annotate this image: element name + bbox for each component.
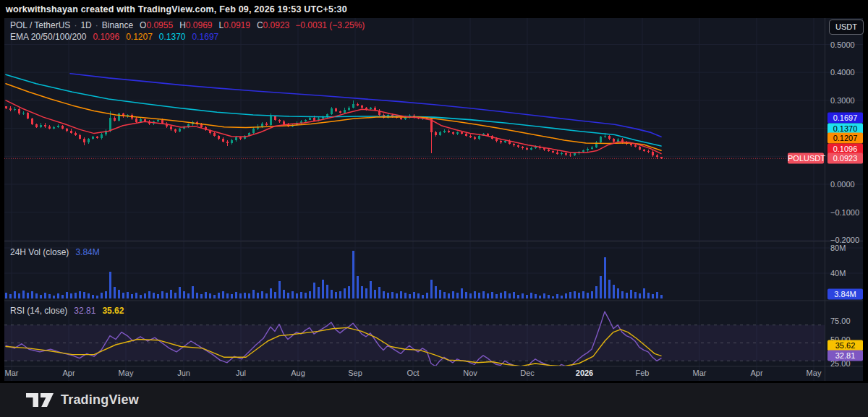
- volume-tick-label: 40M: [830, 269, 846, 278]
- time-tick-label[interactable]: Aug: [291, 369, 305, 377]
- brand-name[interactable]: TradingView: [61, 392, 139, 408]
- time-tick-label[interactable]: 2026: [576, 369, 593, 377]
- rsi-value: 32.81: [74, 306, 95, 316]
- volume-tick-label: 80M: [830, 244, 846, 252]
- separator: ·: [74, 20, 77, 30]
- currency-toggle-button[interactable]: USDT: [829, 20, 864, 35]
- time-tick-label[interactable]: May: [119, 369, 134, 377]
- chart-canvas[interactable]: [0, 0, 868, 417]
- change-value: −0.0031 (−3.25%): [295, 20, 365, 30]
- rsi-indicator-title[interactable]: RSI (14, close): [10, 306, 67, 316]
- symbol-title[interactable]: POL / TetherUS: [10, 20, 70, 30]
- time-tick-label[interactable]: Jun: [177, 369, 190, 377]
- ema-price-label: 0.1697: [827, 113, 863, 124]
- open-value: 0.0955: [146, 20, 173, 30]
- time-tick-label[interactable]: Dec: [520, 369, 535, 377]
- ema-legend: EMA 20/50/100/2000.10960.12070.13700.169…: [10, 32, 218, 42]
- ema100-value: 0.1370: [159, 32, 186, 42]
- time-tick-label[interactable]: Oct: [407, 369, 419, 377]
- ema50-value: 0.1207: [126, 32, 153, 42]
- volume-indicator-title[interactable]: 24H Vol (close): [10, 247, 69, 257]
- rsi-tick-label: 75.00: [830, 317, 851, 325]
- high-letter: H: [179, 20, 186, 30]
- price-tick-label: 0.4000: [830, 68, 855, 77]
- rsi-value-label: 32.81: [827, 350, 863, 361]
- high-value: 0.0969: [186, 20, 213, 30]
- low-value: 0.0919: [224, 20, 250, 30]
- separator: ·: [95, 20, 98, 30]
- footer-bar: TradingView: [0, 383, 868, 417]
- rsi-ma-value: 35.62: [102, 306, 124, 316]
- close-value: 0.0923: [263, 20, 290, 30]
- time-tick-label[interactable]: Apr: [750, 369, 762, 377]
- interval-label[interactable]: 1D: [80, 20, 91, 30]
- ema-price-label: 0.1207: [827, 133, 863, 144]
- time-tick-label[interactable]: Mar: [5, 369, 19, 377]
- symbol-legend: POL / TetherUS·1D·BinanceO0.0955H0.0969L…: [10, 20, 365, 30]
- ema-indicator-title[interactable]: EMA 20/50/100/200: [10, 32, 86, 42]
- price-tick-label: 0.0000: [830, 180, 855, 189]
- rsi-legend: RSI (14, close)32.8135.62: [10, 306, 124, 316]
- time-tick-label[interactable]: May: [807, 369, 822, 377]
- price-tick-label: −0.1000: [830, 208, 859, 217]
- volume-legend: 24H Vol (close)3.84M: [10, 247, 100, 257]
- time-tick-label[interactable]: Feb: [636, 369, 650, 377]
- tradingview-logo-icon[interactable]: [25, 392, 54, 408]
- time-tick-label[interactable]: Mar: [693, 369, 707, 377]
- volume-value: 3.84M: [75, 247, 99, 257]
- price-tick-label: 0.5000: [830, 40, 855, 49]
- time-tick-label[interactable]: Nov: [463, 369, 477, 377]
- ema20-value: 0.1096: [93, 32, 119, 42]
- time-tick-label[interactable]: Jul: [236, 369, 246, 377]
- ema200-value: 0.1697: [192, 32, 219, 42]
- time-tick-label[interactable]: Sep: [348, 369, 362, 377]
- last-price-label: 0.0923: [827, 153, 863, 164]
- exchange-label: Binance: [102, 20, 133, 30]
- price-tick-label: 0.3000: [830, 96, 855, 105]
- volume-value-label: 3.84M: [827, 289, 863, 300]
- symbol-price-tag: POLUSDT: [788, 153, 824, 164]
- time-tick-label[interactable]: Apr: [62, 369, 75, 377]
- close-letter: C: [257, 20, 263, 30]
